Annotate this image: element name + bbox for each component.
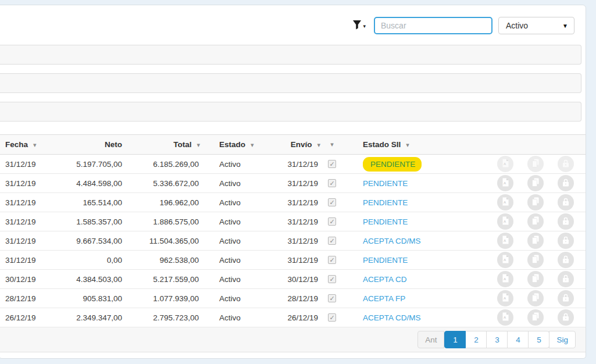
estado-sii-link[interactable]: PENDIENTE [363, 198, 408, 207]
copy-icon [531, 312, 540, 323]
pagination-page-1[interactable]: 1 [444, 331, 466, 348]
estado-sii-link[interactable]: PENDIENTE [363, 256, 408, 265]
estado-sii-link[interactable]: ACEPTA CD/MS [363, 237, 421, 245]
estado-sii-link[interactable]: PENDIENTE [363, 217, 408, 226]
estado-sii-link[interactable]: PENDIENTE [363, 157, 422, 172]
column-header-estado[interactable]: Estado▾ [200, 140, 272, 149]
sort-caret-icon[interactable]: ▾ [33, 141, 37, 148]
cell-fecha: 31/12/19 [0, 198, 55, 207]
pdf-button[interactable]: A [497, 309, 513, 326]
copy-button[interactable] [527, 213, 544, 230]
estado-sii-link[interactable]: ACEPTA CD/MS [363, 313, 421, 322]
filter-caret-icon: ▾ [363, 23, 366, 29]
cell-neto: 4.384.503,00 [55, 275, 124, 284]
pdf-button[interactable]: A [497, 156, 513, 172]
copy-button[interactable] [527, 252, 544, 268]
envio-checkbox[interactable]: ✓ [328, 217, 336, 226]
envio-checkbox[interactable]: ✓ [328, 237, 336, 245]
envio-checkbox[interactable]: ✓ [328, 294, 336, 302]
column-header-total[interactable]: Total▾ [124, 140, 200, 149]
lock-button[interactable] [558, 233, 574, 249]
sort-caret-icon[interactable]: ▾ [406, 141, 409, 148]
pdf-file-icon: A [502, 216, 509, 227]
pdf-file-icon: A [502, 178, 509, 188]
pagination-page-5[interactable]: 5 [528, 331, 549, 348]
filter-button[interactable]: ▾ [350, 19, 368, 33]
envio-checkbox[interactable]: ✓ [328, 275, 336, 283]
sort-caret-icon[interactable]: ▾ [330, 141, 334, 148]
lock-icon [562, 294, 569, 304]
cell-fecha: 31/12/19 [0, 217, 55, 226]
lock-button[interactable] [558, 271, 574, 287]
checkmark-icon: ✓ [329, 199, 334, 206]
column-header-neto[interactable]: Neto [55, 140, 124, 149]
content-card: ▾ Activo ▼ Fecha▾ Neto Total▾ Estado▾ [0, 5, 586, 359]
collapsed-panel-1[interactable] [0, 45, 581, 65]
pagination-next-button[interactable]: Sig [549, 331, 576, 348]
estado-sii-link[interactable]: PENDIENTE [363, 179, 408, 188]
cell-envio: 31/12/19 [272, 198, 320, 207]
column-header-check[interactable]: ▾ [320, 141, 344, 148]
search-input[interactable] [374, 17, 492, 34]
copy-button[interactable] [527, 309, 544, 326]
copy-button[interactable] [527, 233, 544, 249]
collapsed-panel-3[interactable] [0, 102, 581, 122]
pdf-button[interactable]: A [497, 194, 513, 210]
copy-icon [531, 274, 540, 284]
pagination-page-3[interactable]: 3 [486, 331, 508, 348]
cell-estado: Activo [200, 237, 272, 245]
checkmark-icon: ✓ [329, 295, 334, 302]
copy-icon [531, 235, 540, 246]
envio-checkbox[interactable]: ✓ [328, 179, 336, 187]
lock-button[interactable] [558, 252, 574, 268]
column-header-envio[interactable]: Envío▾ [272, 140, 320, 149]
lock-button[interactable] [558, 156, 574, 172]
pdf-button[interactable]: A [497, 233, 513, 249]
cell-envio: 31/12/19 [272, 217, 320, 226]
cell-envio: 26/12/19 [272, 313, 320, 322]
envio-checkbox[interactable]: ✓ [328, 313, 336, 322]
pagination-prev-button[interactable]: Ant [417, 331, 444, 348]
lock-button[interactable] [558, 309, 574, 326]
column-header-fecha[interactable]: Fecha▾ [0, 140, 55, 149]
copy-button[interactable] [527, 194, 544, 210]
lock-button[interactable] [558, 175, 574, 191]
column-header-estado-sii[interactable]: Estado SII▾ [344, 140, 460, 149]
svg-text:A: A [504, 316, 506, 319]
pdf-button[interactable]: A [497, 213, 513, 230]
lock-button[interactable] [558, 194, 574, 210]
checkmark-icon: ✓ [329, 160, 334, 167]
copy-button[interactable] [527, 271, 544, 287]
lock-icon [562, 179, 569, 188]
funnel-icon [352, 20, 362, 31]
pdf-button[interactable]: A [497, 271, 513, 287]
pagination-page-4[interactable]: 4 [507, 331, 529, 348]
pagination-page-2[interactable]: 2 [465, 331, 487, 348]
sort-caret-icon[interactable]: ▾ [251, 141, 254, 148]
cell-fecha: 31/12/19 [0, 237, 55, 245]
status-select[interactable]: Activo ▼ [498, 17, 574, 34]
pdf-button[interactable]: A [497, 290, 513, 306]
checkmark-icon: ✓ [329, 256, 334, 263]
cell-total: 5.336.672,00 [124, 179, 200, 188]
pdf-button[interactable]: A [497, 175, 513, 191]
svg-text:A: A [504, 162, 506, 166]
envio-checkbox[interactable]: ✓ [328, 160, 336, 168]
lock-button[interactable] [558, 213, 574, 230]
lock-icon [562, 313, 569, 323]
toolbar: ▾ Activo ▼ [0, 5, 586, 34]
table-row: 31/12/19 0,00 962.538,00 Activo 31/12/19… [0, 251, 586, 270]
pdf-button[interactable]: A [497, 252, 513, 268]
copy-button[interactable] [527, 290, 544, 306]
estado-sii-link[interactable]: ACEPTA FP [363, 294, 405, 303]
envio-checkbox[interactable]: ✓ [328, 198, 336, 206]
cell-neto: 1.585.357,00 [55, 217, 124, 226]
collapsed-panel-2[interactable] [0, 73, 581, 93]
copy-button[interactable] [527, 156, 544, 172]
table-row: 31/12/19 4.484.598,00 5.336.672,00 Activ… [0, 174, 586, 193]
envio-checkbox[interactable]: ✓ [328, 256, 336, 264]
copy-button[interactable] [527, 175, 544, 191]
lock-button[interactable] [558, 290, 574, 306]
estado-sii-link[interactable]: ACEPTA CD [363, 275, 407, 284]
cell-fecha: 28/12/19 [0, 294, 55, 303]
